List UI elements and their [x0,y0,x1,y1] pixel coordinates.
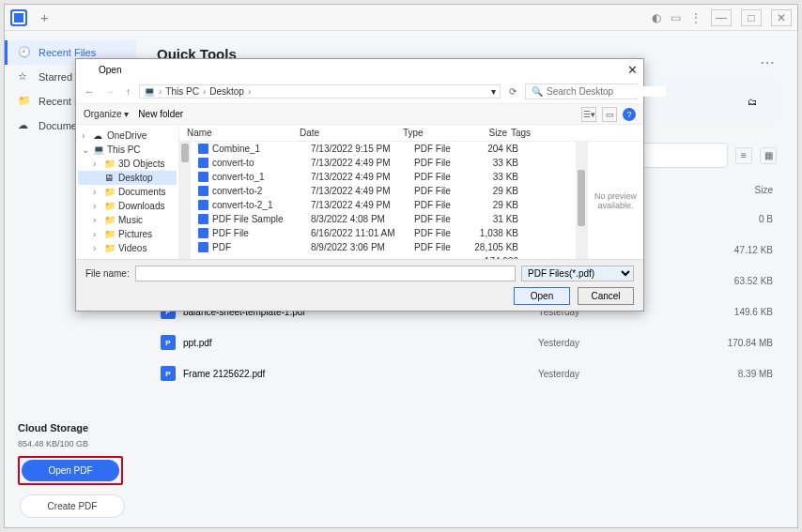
tree-item[interactable]: ⌄💻This PC [78,143,177,157]
file-row[interactable]: convert-to7/13/2022 4:49 PMPDF File33 KB [196,156,570,170]
open-pdf-button[interactable]: Open PDF [22,460,119,481]
tree-item[interactable]: ›📁3D Objects [78,157,177,171]
tree-item[interactable]: ›📁Pictures [78,227,177,241]
file-size: 33 KB [469,171,520,183]
scrollbar[interactable] [179,142,191,259]
file-row[interactable]: convert-to-27/13/2022 4:49 PMPDF File29 … [196,184,570,198]
col-size[interactable]: Size [457,127,509,139]
file-name: PDF File [212,228,249,238]
close-window-button[interactable]: ✕ [771,9,792,26]
refresh-icon[interactable]: ⟳ [506,86,519,97]
scroll-thumb[interactable] [181,144,189,162]
file-name: ppt.pdf [183,338,212,348]
cloud-icon: ☁ [18,119,31,132]
chevron-icon: › [93,229,100,239]
create-pdf-button[interactable]: Create PDF [20,494,125,518]
file-row[interactable]: PFrame 2125622.pdfYesterday8.39 MB [157,358,777,389]
tree-item[interactable]: 🖥Desktop [78,171,177,185]
file-date: 7/13/2022 4:49 PM [309,171,412,183]
dialog-close-button[interactable]: ✕ [627,63,638,77]
file-size: 1,038 KB [469,227,520,239]
file-size: 8.39 MB [707,369,773,379]
folder-icon: 📁 [104,201,115,211]
minimize-button[interactable]: — [711,9,732,26]
dialog-search[interactable]: 🔍 [525,84,638,99]
dialog-cancel-button[interactable]: Cancel [578,287,634,305]
tree-item[interactable]: ›☁OneDrive [78,129,177,143]
toolbox-icon[interactable]: ▭ [671,11,681,24]
view-options-icon[interactable]: ☰▾ [581,107,596,122]
file-date: 7/13/2022 9:15 PM [309,143,412,155]
file-date: 6/16/2022 11:01 AM [309,227,412,239]
pdf-icon [198,200,208,210]
more-icon[interactable]: ⋯ [760,53,777,71]
filename-input[interactable] [135,266,516,281]
file-type: PDF File [412,143,469,155]
file-name: Frame 2125622.pdf [183,369,265,379]
grid-view-icon[interactable]: ▦ [760,147,777,164]
pdf-icon [198,144,208,154]
pdf-icon: P [161,335,176,350]
kebab-icon[interactable]: ⋮ [690,11,702,24]
tree-label: 3D Objects [118,159,164,169]
filetype-select[interactable]: PDF Files(*.pdf) [521,266,634,281]
nav-back-icon[interactable]: ← [82,86,97,97]
tree-item[interactable]: ›📁Music [78,213,177,227]
file-row[interactable]: PDF8/9/2022 3:06 PMPDF File28,105 KB [196,240,570,254]
tree-item[interactable]: ›📁Documents [78,185,177,199]
nav-forward-icon[interactable]: → [102,86,117,97]
file-modified: Yesterday [538,338,707,348]
nav-up-icon[interactable]: ↑ [123,86,133,97]
preview-pane-icon[interactable]: ▭ [602,107,617,122]
clock-icon: 🕘 [18,46,31,59]
file-size: 47.12 KB [707,245,773,255]
dialog-search-input[interactable] [547,86,666,97]
crumb-item[interactable]: Desktop [209,86,244,97]
maximize-button[interactable]: □ [741,9,762,26]
tree-item[interactable]: ›📁Videos [78,241,177,255]
tree-label: Documents [118,187,166,197]
list-view-icon[interactable]: ≡ [735,147,752,164]
file-size: 28,105 KB [469,241,520,253]
file-size: 0 B [707,214,773,224]
pdf-icon: P [161,366,176,381]
col-date[interactable]: Date [298,127,401,139]
new-folder-button[interactable]: New folder [138,109,183,119]
col-tags[interactable]: Tags [509,127,547,139]
notification-icon[interactable]: ◐ [652,11,661,24]
breadcrumb[interactable]: 💻› This PC› Desktop› ▾ [139,84,501,99]
preview-pane: No preview available. [587,142,643,259]
scroll-thumb[interactable] [578,170,585,226]
pdf-icon [198,242,208,252]
file-name: convert-to-2 [212,186,262,196]
file-row[interactable]: PDF File6/16/2022 11:01 AMPDF File1,038 … [196,226,570,240]
file-row[interactable]: convert-to_17/13/2022 4:49 PMPDF File33 … [196,170,570,184]
help-icon[interactable]: ? [623,108,636,121]
organize-menu[interactable]: Organize ▾ [84,109,129,119]
file-type: PDF File [412,227,469,239]
col-name[interactable]: Name [185,127,298,139]
pdf-icon [198,186,208,196]
file-name: convert-to-2_1 [212,200,272,210]
dialog-open-button[interactable]: Open [514,287,570,305]
file-size: 29 KB [469,199,520,211]
scrollbar[interactable] [576,142,587,259]
tree-item[interactable]: ›📁Downloads [78,199,177,213]
file-row[interactable]: convert-to-2_17/13/2022 4:49 PMPDF File2… [196,198,570,212]
file-row[interactable]: PDF File Sample8/3/2022 4:08 PMPDF File3… [196,212,570,226]
crumb-item[interactable]: This PC [165,86,199,97]
file-size: 149.6 KB [707,307,773,317]
file-row[interactable]: Pppt.pdfYesterday170.84 MB [157,327,777,358]
chevron-icon: ⌄ [82,144,89,155]
chevron-down-icon[interactable]: ▾ [491,86,496,97]
pc-icon: 💻 [93,144,103,155]
dialog-title: Open [99,65,121,75]
desktop-icon: 🖥 [104,173,115,183]
cloud-section-title: Cloud Storage [18,422,123,433]
tree-label: Downloads [118,201,164,211]
tree-label: Pictures [118,229,152,239]
col-type[interactable]: Type [401,127,457,139]
file-row[interactable]: Combine_17/13/2022 9:15 PMPDF File204 KB [196,142,570,156]
new-tab-button[interactable]: + [40,9,49,25]
file-type: PDF File [412,213,469,225]
